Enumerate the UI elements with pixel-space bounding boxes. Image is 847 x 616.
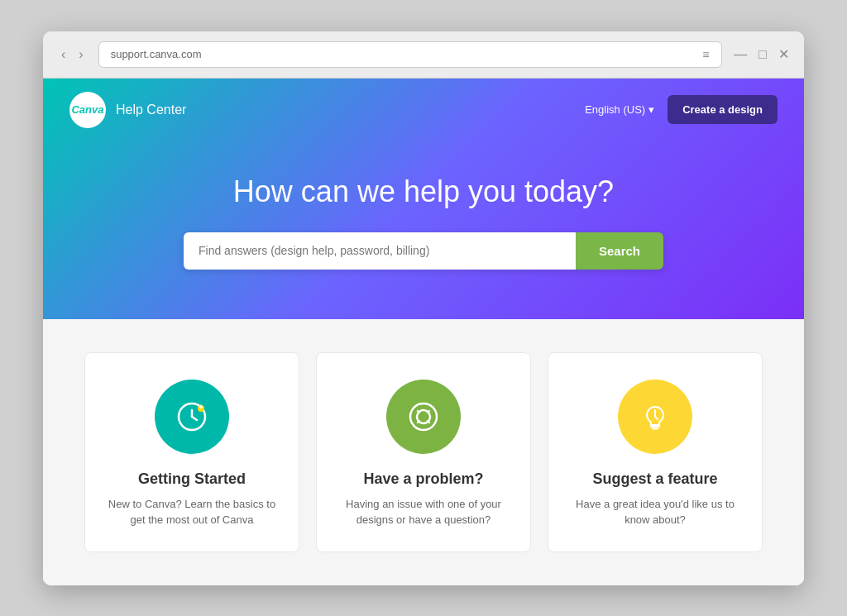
getting-started-desc: New to Canva? Learn the basics to get th… [105, 496, 279, 528]
life-ring-icon [405, 399, 442, 435]
getting-started-title: Getting Started [105, 470, 279, 488]
create-design-button[interactable]: Create a design [668, 95, 778, 124]
language-selector[interactable]: English (US) ▾ [585, 103, 654, 116]
logo-area: Canva Help Center [69, 92, 186, 128]
have-a-problem-icon-circle [386, 380, 461, 454]
have-a-problem-card[interactable]: Have a problem? Having an issue with one… [316, 352, 531, 552]
help-center-label: Help Center [116, 103, 186, 117]
getting-started-card[interactable]: Getting Started New to Canva? Learn the … [84, 352, 299, 552]
getting-started-icon-circle [155, 380, 229, 454]
suggest-a-feature-icon-circle [618, 380, 692, 454]
url-text: support.canva.com [111, 48, 202, 60]
cards-container: Getting Started New to Canva? Learn the … [84, 352, 763, 552]
clock-icon [174, 399, 210, 435]
svg-point-6 [410, 404, 437, 430]
website-content: Canva Help Center English (US) ▾ Create … [43, 79, 804, 585]
suggest-a-feature-desc: Have a great idea you'd like us to know … [568, 496, 742, 528]
maximize-button[interactable]: □ [757, 45, 768, 64]
suggest-a-feature-card[interactable]: Suggest a feature Have a great idea you'… [548, 352, 763, 552]
hero-section: Canva Help Center English (US) ▾ Create … [43, 79, 804, 319]
nav-buttons: ‹ › [56, 46, 89, 63]
canva-logo[interactable]: Canva [69, 92, 106, 128]
browser-chrome: ‹ › support.canva.com ≡ — □ ✕ [43, 31, 804, 79]
lightbulb-icon [637, 399, 673, 435]
menu-icon: ≡ [702, 48, 710, 61]
minimize-button[interactable]: — [732, 45, 749, 64]
browser-window: ‹ › support.canva.com ≡ — □ ✕ Canva Help… [43, 31, 804, 585]
have-a-problem-desc: Having an issue with one of your designs… [337, 496, 510, 528]
forward-button[interactable]: › [74, 46, 88, 63]
search-input[interactable] [184, 232, 576, 270]
window-controls: — □ ✕ [732, 45, 791, 64]
close-button[interactable]: ✕ [777, 45, 791, 64]
search-button[interactable]: Search [576, 232, 663, 270]
header-right: English (US) ▾ Create a design [585, 95, 778, 124]
cards-section: Getting Started New to Canva? Learn the … [43, 319, 804, 585]
chevron-down-icon: ▾ [648, 103, 654, 116]
hero-body: How can we help you today? Search [43, 141, 804, 319]
svg-line-15 [655, 417, 658, 419]
svg-line-2 [192, 417, 197, 420]
search-bar: Search [184, 232, 663, 270]
site-header: Canva Help Center English (US) ▾ Create … [43, 79, 804, 141]
have-a-problem-title: Have a problem? [337, 470, 510, 488]
back-button[interactable]: ‹ [56, 46, 70, 63]
hero-title: How can we help you today? [69, 174, 778, 209]
suggest-a-feature-title: Suggest a feature [568, 470, 742, 488]
language-label: English (US) [585, 103, 645, 116]
address-bar[interactable]: support.canva.com ≡ [98, 41, 723, 68]
